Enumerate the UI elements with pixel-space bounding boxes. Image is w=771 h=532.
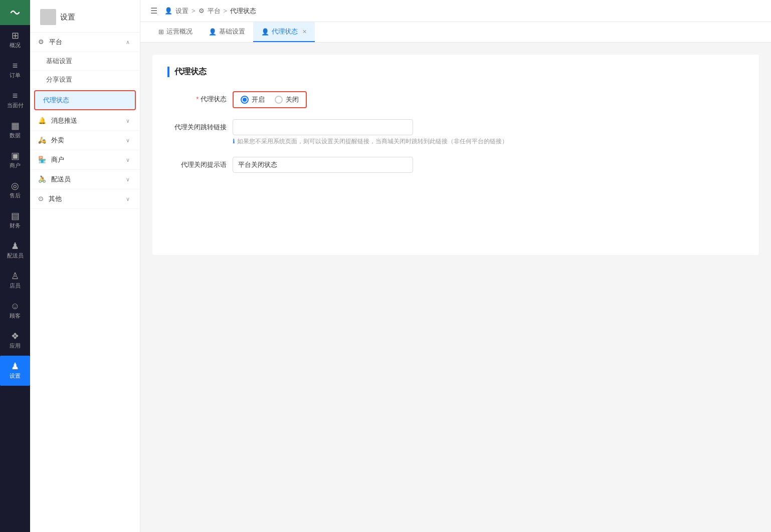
tabs-bar: ⊞ 运营概况 👤 基础设置 👤 代理状态 ✕	[140, 22, 771, 43]
breadcrumb-settings[interactable]: 设置	[175, 7, 188, 16]
form-label-prompt: 代理关闭提示语	[167, 157, 233, 173]
sidebar-group-message[interactable]: 🔔 消息推送 ∨	[30, 111, 140, 131]
sidebar-group-merchant-label: 商户	[51, 156, 64, 163]
tab-agent[interactable]: 👤 代理状态 ✕	[253, 22, 315, 42]
nav-item-customer[interactable]: ☺ 顾客	[0, 296, 30, 326]
tab-operations[interactable]: ⊞ 运营概况	[150, 22, 201, 42]
nav-label-orders: 订单	[10, 72, 21, 79]
nav-item-aftersale[interactable]: ◎ 售后	[0, 175, 30, 205]
nav-item-orders[interactable]: ≡ 订单	[0, 55, 30, 85]
nav-item-facepay[interactable]: ≡ 当面付	[0, 85, 30, 115]
tab-agent-icon: 👤	[261, 28, 269, 36]
radio-open-circle	[241, 96, 249, 104]
redirect-input[interactable]	[233, 119, 413, 135]
breadcrumb-sep2: >	[224, 7, 228, 15]
nav-item-overview[interactable]: ⊞ 概况	[0, 25, 30, 55]
nav-item-staff[interactable]: ♙ 店员	[0, 265, 30, 296]
chevron-down-icon4: ∨	[126, 176, 130, 183]
sidebar-item-share-label: 分享设置	[46, 76, 72, 83]
nav-label-apps: 应用	[10, 342, 21, 350]
form-row-redirect: 代理关闭跳转链接 ℹ 如果您不采用系统页面，则可以设置关闭提醒链接，当商城关闭时…	[167, 119, 744, 146]
sidebar-item-agent-label: 代理状态	[43, 96, 69, 104]
nav-item-delivery[interactable]: ♟ 配送员	[0, 235, 30, 265]
bell-icon: 🔔	[38, 117, 46, 124]
content-card: 代理状态 代理状态 开启 关闭	[152, 55, 759, 255]
nav-item-data[interactable]: ▦ 数据	[0, 115, 30, 145]
nav-label-aftersale: 售后	[10, 192, 21, 199]
apps-icon: ❖	[11, 332, 19, 341]
tab-operations-label: 运营概况	[166, 27, 192, 36]
menu-toggle-icon[interactable]: ☰	[150, 6, 157, 16]
nav-item-finance[interactable]: ▤ 财务	[0, 205, 30, 235]
radio-open-label: 开启	[252, 95, 265, 104]
tab-basic-label: 基础设置	[219, 27, 245, 36]
nav-label-facepay: 当面付	[7, 102, 24, 109]
form-control-prompt	[233, 157, 744, 173]
sidebar-item-agent[interactable]: 代理状态	[34, 90, 136, 110]
sidebar-group-merchant[interactable]: 🏪 商户 ∨	[30, 150, 140, 170]
nav-label-staff: 店员	[10, 282, 21, 290]
nav-item-apps[interactable]: ❖ 应用	[0, 326, 30, 356]
tab-operations-icon: ⊞	[158, 28, 164, 36]
sidebar-group-takeout-label: 外卖	[51, 136, 64, 144]
overview-icon: ⊞	[12, 31, 19, 40]
chevron-down-icon2: ∨	[126, 137, 130, 144]
sidebar-header: 设置	[30, 0, 140, 33]
nav-item-merchant[interactable]: ▣ 商户	[0, 145, 30, 175]
breadcrumb-sep1: >	[191, 7, 196, 15]
sidebar-group-courier[interactable]: 🚴 配送员 ∨	[30, 170, 140, 189]
chevron-down-icon5: ∨	[126, 196, 130, 202]
nav-label-data: 数据	[10, 132, 21, 139]
tab-basic[interactable]: 👤 基础设置	[201, 22, 253, 42]
chevron-down-icon: ∨	[126, 118, 130, 124]
nav-item-settings[interactable]: ♟ 设置	[0, 356, 30, 386]
prompt-input[interactable]	[233, 157, 413, 173]
sidebar-item-share[interactable]: 分享设置	[30, 71, 140, 89]
info-icon: ℹ	[233, 138, 235, 145]
gear-icon: ⚙	[38, 38, 44, 46]
breadcrumb-platform[interactable]: 平台	[208, 7, 221, 16]
sidebar-title: 设置	[60, 13, 75, 22]
tab-basic-icon: 👤	[209, 28, 217, 36]
customer-icon: ☺	[11, 302, 20, 311]
breadcrumb-platform-icon: ⚙	[199, 7, 205, 15]
form-row-prompt: 代理关闭提示语	[167, 157, 744, 173]
redirect-hint: ℹ 如果您不采用系统页面，则可以设置关闭提醒链接，当商城关闭时跳转到此链接（非任…	[233, 137, 744, 146]
main-content: ☰ 👤 设置 > ⚙ 平台 > 代理状态 ⊞ 运营概况 👤 基础设置 👤 代理状…	[140, 0, 771, 532]
sidebar-group-other-label: 其他	[49, 195, 62, 202]
breadcrumb-bar: ☰ 👤 设置 > ⚙ 平台 > 代理状态	[140, 0, 771, 22]
page-title: 代理状态	[167, 67, 744, 77]
data-icon: ▦	[11, 121, 20, 130]
aftersale-icon: ◎	[11, 181, 19, 190]
redirect-hint-text: 如果您不采用系统页面，则可以设置关闭提醒链接，当商城关闭时跳转到此链接（非任何平…	[237, 137, 508, 146]
settings-icon: ♟	[11, 362, 19, 371]
content-area: 代理状态 代理状态 开启 关闭	[140, 43, 771, 532]
radio-open[interactable]: 开启	[241, 95, 265, 104]
other-icon: ⊙	[38, 195, 44, 202]
sidebar-group-takeout[interactable]: 🛵 外卖 ∨	[30, 131, 140, 150]
nav-label-overview: 概况	[10, 42, 21, 49]
radio-close[interactable]: 关闭	[275, 95, 299, 104]
sidebar-section-merchant: 🏪 商户 ∨	[30, 150, 140, 170]
sidebar-group-other[interactable]: ⊙ 其他 ∨	[30, 189, 140, 209]
takeout-icon: 🛵	[38, 136, 46, 144]
nav-label-finance: 财务	[10, 222, 21, 229]
sidebar-section-platform: ⚙ 平台 ∧ 基础设置 分享设置 代理状态	[30, 33, 140, 110]
nav-label-delivery: 配送员	[7, 252, 24, 259]
merchant-icon: ▣	[11, 151, 20, 160]
sidebar-item-basic-label: 基础设置	[46, 57, 72, 65]
delivery-icon: ♟	[11, 241, 19, 250]
radio-group-status: 开启 关闭	[233, 91, 307, 108]
courier-icon: 🚴	[38, 175, 46, 183]
app-logo	[0, 0, 30, 25]
chevron-down-icon3: ∨	[126, 157, 130, 163]
tab-agent-label: 代理状态	[272, 27, 298, 36]
breadcrumb-settings-icon: 👤	[164, 7, 172, 15]
radio-close-label: 关闭	[286, 95, 299, 104]
radio-close-circle	[275, 96, 283, 104]
tab-agent-close-icon[interactable]: ✕	[302, 29, 307, 35]
sidebar-group-platform[interactable]: ⚙ 平台 ∧	[30, 33, 140, 52]
avatar-placeholder	[40, 9, 56, 25]
secondary-sidebar: 设置 ⚙ 平台 ∧ 基础设置 分享设置 代理状态 🔔 消息推送 ∨	[30, 0, 140, 532]
sidebar-item-basic[interactable]: 基础设置	[30, 52, 140, 71]
